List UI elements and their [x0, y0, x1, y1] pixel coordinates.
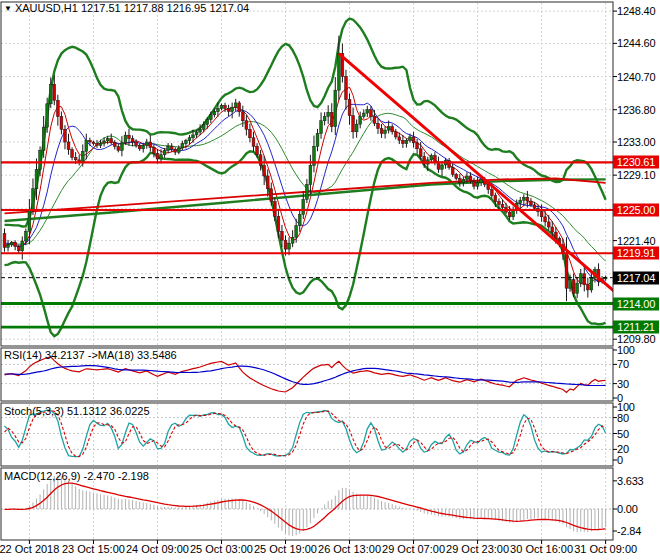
bollinger-middle-band — [5, 113, 606, 261]
macd-axis-label: 3.633 — [617, 475, 644, 487]
main-pane-border — [1, 2, 613, 346]
time-axis-label: 23 Oct 15:00 — [62, 543, 125, 555]
symbol-header: ▼XAUUSD,H1 1217.51 1217.88 1216.95 1217.… — [4, 2, 249, 14]
price-axis-label: 1233.00 — [617, 136, 655, 148]
macd-axis-label: -2.84 — [617, 525, 641, 537]
slow-ma-green — [5, 179, 606, 221]
rsi-pane — [1, 357, 613, 393]
macd-pane — [1, 476, 613, 536]
time-axis-label: 25 Oct 19:00 — [254, 543, 317, 555]
price-axis-label: 1229.10 — [617, 169, 655, 181]
time-axis-label: 30 Oct 16:00 — [510, 543, 573, 555]
mt5-chart-window: ▼XAUUSD,H1 1217.51 1217.88 1216.95 1217.… — [0, 0, 660, 560]
stoch-pane — [1, 410, 613, 457]
time-axis-label: 26 Oct 13:00 — [318, 543, 381, 555]
time-axis-label: 24 Oct 09:00 — [126, 543, 189, 555]
stoch-axis-label: 50 — [617, 428, 629, 440]
pane-borders — [1, 2, 613, 540]
price-axis-label: 1244.60 — [617, 37, 655, 49]
rsi-axis-label: 100 — [617, 344, 635, 356]
price-axis-label: 1221.40 — [617, 235, 655, 247]
price-axis-label: 1240.70 — [617, 71, 655, 83]
rsi-line — [5, 357, 606, 393]
price-level-badge: 1225.00 — [613, 204, 659, 217]
price-level-badge: 1211.21 — [613, 321, 659, 334]
time-axis-label: 25 Oct 03:00 — [190, 543, 253, 555]
time-axis-label: 31 Oct 09:00 — [574, 543, 637, 555]
time-axis-label: 22 Oct 2018 — [0, 543, 59, 555]
time-axis-label: 29 Oct 07:00 — [382, 543, 445, 555]
price-level-badge: 1214.00 — [613, 297, 659, 310]
price-axis-label: 1248.40 — [617, 5, 655, 17]
macd-signal-line — [5, 483, 606, 530]
downtrend-trendline — [339, 54, 615, 292]
time-axis-label: 29 Oct 23:00 — [446, 543, 509, 555]
rsi-axis-label: 30 — [617, 378, 629, 390]
macd-axis-label: 0.00 — [617, 503, 638, 515]
symbol-header-text: XAUUSD,H1 1217.51 1217.88 1216.95 1217.0… — [15, 2, 249, 14]
stoch-axis-label: 80 — [617, 412, 629, 424]
main-pane — [5, 19, 606, 337]
stoch-indicator-label: Stoch(5,3,3) 51.1312 36.0225 — [4, 405, 150, 417]
symbol-dropdown-icon[interactable]: ▼ — [4, 4, 12, 13]
price-axis-label: 1236.80 — [617, 104, 655, 116]
macd-indicator-label: MACD(12,26,9) -2.470 -2.198 — [4, 470, 149, 482]
grid-lines — [1, 3, 613, 539]
price-level-badge: 1217.04 — [613, 271, 659, 284]
rsi-indicator-label: RSI(14) 34.2137 ->MA(18) 33.5486 — [4, 349, 177, 361]
rsi-axis-label: 70 — [617, 358, 629, 370]
price-level-badge: 1219.91 — [613, 247, 659, 260]
stoch-axis-label: 0 — [617, 454, 623, 466]
price-level-badge: 1230.61 — [613, 156, 659, 169]
